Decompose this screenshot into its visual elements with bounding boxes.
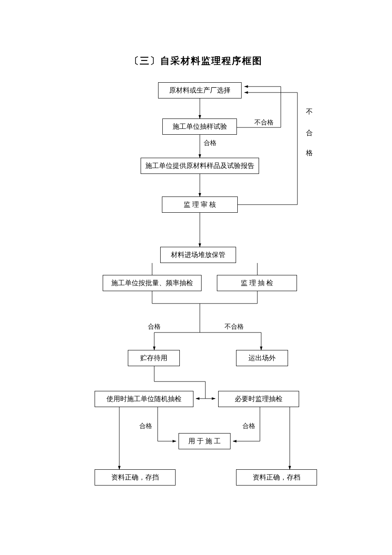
- node-supervise-inspect: 监 理 抽 检: [217, 275, 297, 291]
- diagram-title: 〔三〕自采材料监理程序框图: [0, 55, 392, 67]
- label-fail-side: 不 合 格: [306, 103, 313, 153]
- node-sample-test: 施工单位抽样试验: [162, 119, 237, 135]
- node-ship-out: 运出场外: [236, 350, 288, 366]
- node-use-construction: 用 于 施 工: [179, 433, 231, 449]
- label-pass-1: 合格: [203, 139, 217, 147]
- label-pass-4: 合格: [242, 422, 256, 430]
- node-material-storage: 材料进场堆放保管: [160, 247, 236, 263]
- node-store-pending: 贮存待用: [128, 350, 180, 366]
- label-fail-2: 不合格: [224, 323, 245, 331]
- node-batch-inspect: 施工单位按批量、频率抽检: [103, 275, 202, 291]
- node-provide-report: 施工单位提供原材料样品及试验报告: [141, 158, 259, 174]
- node-archive-right: 资料正确，存档: [236, 469, 317, 486]
- node-necessary-inspect: 必要时监理抽检: [218, 391, 299, 407]
- label-pass-2: 合格: [147, 323, 161, 331]
- node-raw-material-select: 原材料或生产厂选择: [158, 82, 242, 98]
- node-archive-left: 资料正确，存挡: [95, 469, 176, 486]
- node-random-inspect: 使用时施工单位随机抽检: [95, 391, 193, 407]
- node-supervise-review: 监 理 审 核: [162, 197, 238, 213]
- label-fail-1: 不合格: [254, 119, 274, 127]
- label-pass-3: 合格: [138, 422, 153, 430]
